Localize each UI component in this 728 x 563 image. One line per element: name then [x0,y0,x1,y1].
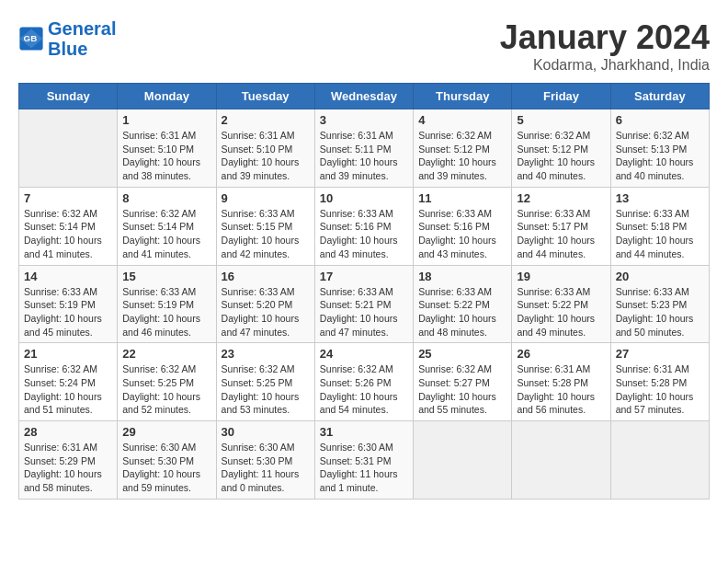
day-info: Sunrise: 6:31 AM Sunset: 5:28 PM Dayligh… [616,362,704,417]
day-info: Sunrise: 6:33 AM Sunset: 5:20 PM Dayligh… [222,285,310,339]
calendar-cell: 23Sunrise: 6:32 AM Sunset: 5:25 PM Dayli… [216,343,314,421]
day-info: Sunrise: 6:33 AM Sunset: 5:16 PM Dayligh… [320,207,408,261]
calendar-cell: 31Sunrise: 6:30 AM Sunset: 5:31 PM Dayli… [314,421,413,500]
calendar-cell: 25Sunrise: 6:32 AM Sunset: 5:27 PM Dayli… [414,343,512,421]
logo-icon: GB [18,26,44,52]
day-number: 19 [517,270,605,283]
month-title: January 2024 [500,18,710,57]
calendar-cell: 9Sunrise: 6:33 AM Sunset: 5:15 PM Daylig… [216,187,314,265]
day-number: 6 [616,113,704,127]
day-number: 23 [222,347,310,361]
weekday-header: Saturday [610,84,709,109]
day-number: 11 [418,191,506,205]
calendar-cell: 14Sunrise: 6:33 AM Sunset: 5:19 PM Dayli… [19,265,118,343]
day-number: 10 [320,191,408,205]
day-number: 7 [24,191,112,205]
day-number: 8 [122,191,210,205]
day-info: Sunrise: 6:32 AM Sunset: 5:12 PM Dayligh… [418,129,506,183]
calendar-cell: 11Sunrise: 6:33 AM Sunset: 5:16 PM Dayli… [414,187,512,265]
day-number: 9 [222,191,310,205]
logo: GB General Blue [18,18,116,59]
calendar-cell [512,421,610,500]
calendar-cell: 4Sunrise: 6:32 AM Sunset: 5:12 PM Daylig… [414,109,512,188]
day-number: 17 [320,270,408,283]
day-info: Sunrise: 6:33 AM Sunset: 5:16 PM Dayligh… [418,207,506,261]
calendar-cell: 8Sunrise: 6:32 AM Sunset: 5:14 PM Daylig… [118,187,216,265]
calendar-week-row: 14Sunrise: 6:33 AM Sunset: 5:19 PM Dayli… [19,265,710,343]
day-info: Sunrise: 6:33 AM Sunset: 5:15 PM Dayligh… [222,207,310,261]
calendar-cell: 7Sunrise: 6:32 AM Sunset: 5:14 PM Daylig… [19,187,118,265]
day-info: Sunrise: 6:32 AM Sunset: 5:25 PM Dayligh… [122,362,210,417]
day-number: 22 [122,347,210,361]
weekday-header: Friday [512,84,610,109]
day-info: Sunrise: 6:33 AM Sunset: 5:17 PM Dayligh… [517,207,605,261]
calendar-cell: 28Sunrise: 6:31 AM Sunset: 5:29 PM Dayli… [19,421,118,500]
calendar-cell [19,109,118,188]
calendar-cell: 15Sunrise: 6:33 AM Sunset: 5:19 PM Dayli… [118,265,216,343]
weekday-header: Wednesday [314,84,413,109]
weekday-header-row: SundayMondayTuesdayWednesdayThursdayFrid… [19,84,710,109]
weekday-header: Thursday [414,84,512,109]
day-number: 28 [24,425,112,439]
day-info: Sunrise: 6:32 AM Sunset: 5:27 PM Dayligh… [418,362,506,417]
weekday-header: Monday [118,84,216,109]
day-number: 24 [320,347,408,361]
day-number: 18 [418,270,506,283]
calendar-cell: 2Sunrise: 6:31 AM Sunset: 5:10 PM Daylig… [216,109,314,188]
logo-line2: Blue [48,39,116,59]
calendar-cell: 5Sunrise: 6:32 AM Sunset: 5:12 PM Daylig… [512,109,610,188]
day-number: 29 [122,425,210,439]
calendar-cell [610,421,709,500]
calendar-cell: 3Sunrise: 6:31 AM Sunset: 5:11 PM Daylig… [314,109,413,188]
calendar-cell: 6Sunrise: 6:32 AM Sunset: 5:13 PM Daylig… [610,109,709,188]
day-number: 12 [517,191,605,205]
day-number: 15 [122,270,210,283]
day-number: 14 [24,270,112,283]
day-number: 3 [320,113,408,127]
day-info: Sunrise: 6:31 AM Sunset: 5:11 PM Dayligh… [320,129,408,183]
calendar-week-row: 1Sunrise: 6:31 AM Sunset: 5:10 PM Daylig… [19,109,710,188]
day-info: Sunrise: 6:32 AM Sunset: 5:12 PM Dayligh… [517,129,605,183]
day-number: 25 [418,347,506,361]
day-info: Sunrise: 6:32 AM Sunset: 5:24 PM Dayligh… [24,362,112,417]
calendar-cell: 12Sunrise: 6:33 AM Sunset: 5:17 PM Dayli… [512,187,610,265]
calendar-cell: 21Sunrise: 6:32 AM Sunset: 5:24 PM Dayli… [19,343,118,421]
calendar-cell: 24Sunrise: 6:32 AM Sunset: 5:26 PM Dayli… [314,343,413,421]
day-info: Sunrise: 6:33 AM Sunset: 5:19 PM Dayligh… [122,285,210,339]
day-info: Sunrise: 6:32 AM Sunset: 5:13 PM Dayligh… [616,129,704,183]
day-number: 1 [122,113,210,127]
day-number: 20 [616,270,704,283]
title-block: January 2024 Kodarma, Jharkhand, India [500,18,710,74]
calendar-cell: 16Sunrise: 6:33 AM Sunset: 5:20 PM Dayli… [216,265,314,343]
day-info: Sunrise: 6:31 AM Sunset: 5:10 PM Dayligh… [122,129,210,183]
calendar-cell: 26Sunrise: 6:31 AM Sunset: 5:28 PM Dayli… [512,343,610,421]
day-info: Sunrise: 6:33 AM Sunset: 5:22 PM Dayligh… [418,285,506,339]
day-info: Sunrise: 6:33 AM Sunset: 5:18 PM Dayligh… [616,207,704,261]
day-number: 16 [222,270,310,283]
day-info: Sunrise: 6:30 AM Sunset: 5:30 PM Dayligh… [222,441,310,495]
calendar-week-row: 21Sunrise: 6:32 AM Sunset: 5:24 PM Dayli… [19,343,710,421]
svg-text:GB: GB [24,33,38,43]
day-info: Sunrise: 6:32 AM Sunset: 5:25 PM Dayligh… [222,362,310,417]
page-header: GB General Blue January 2024 Kodarma, Jh… [18,18,710,74]
day-info: Sunrise: 6:33 AM Sunset: 5:19 PM Dayligh… [24,285,112,339]
calendar-cell: 19Sunrise: 6:33 AM Sunset: 5:22 PM Dayli… [512,265,610,343]
day-info: Sunrise: 6:30 AM Sunset: 5:31 PM Dayligh… [320,441,408,495]
calendar-cell: 13Sunrise: 6:33 AM Sunset: 5:18 PM Dayli… [610,187,709,265]
calendar-cell: 20Sunrise: 6:33 AM Sunset: 5:23 PM Dayli… [610,265,709,343]
calendar-cell: 29Sunrise: 6:30 AM Sunset: 5:30 PM Dayli… [118,421,216,500]
day-number: 2 [222,113,310,127]
calendar-cell [414,421,512,500]
day-info: Sunrise: 6:32 AM Sunset: 5:14 PM Dayligh… [24,207,112,261]
day-number: 5 [517,113,605,127]
calendar-week-row: 28Sunrise: 6:31 AM Sunset: 5:29 PM Dayli… [19,421,710,500]
day-info: Sunrise: 6:33 AM Sunset: 5:23 PM Dayligh… [616,285,704,339]
day-number: 31 [320,425,408,439]
day-info: Sunrise: 6:30 AM Sunset: 5:30 PM Dayligh… [122,441,210,495]
day-info: Sunrise: 6:33 AM Sunset: 5:22 PM Dayligh… [517,285,605,339]
calendar-cell: 22Sunrise: 6:32 AM Sunset: 5:25 PM Dayli… [118,343,216,421]
calendar-table: SundayMondayTuesdayWednesdayThursdayFrid… [18,83,710,500]
weekday-header: Sunday [19,84,118,109]
calendar-cell: 18Sunrise: 6:33 AM Sunset: 5:22 PM Dayli… [414,265,512,343]
day-info: Sunrise: 6:31 AM Sunset: 5:10 PM Dayligh… [222,129,310,183]
